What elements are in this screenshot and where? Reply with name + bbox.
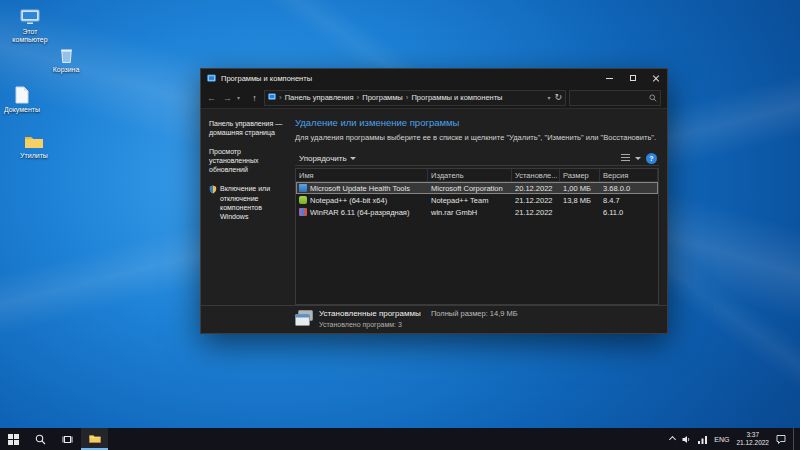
programs-list: Имя Издатель Установле... Размер Версия … <box>295 168 659 305</box>
minimize-button[interactable] <box>598 69 621 87</box>
show-hidden-icons-chevron[interactable] <box>669 435 676 442</box>
table-row[interactable]: Microsoft Update Health Tools Microsoft … <box>296 182 658 194</box>
up-button[interactable] <box>248 93 261 103</box>
program-installed-on: 20.12.2022 <box>512 184 560 193</box>
control-panel-icon <box>268 93 276 103</box>
taskbar-search-button[interactable] <box>27 428 54 450</box>
start-button[interactable] <box>0 428 27 450</box>
recycle-bin-icon <box>44 44 88 64</box>
close-icon <box>652 74 660 82</box>
table-row[interactable]: Notepad++ (64-bit x64) Notepad++ Team 21… <box>296 194 658 206</box>
refresh-button[interactable] <box>554 93 562 102</box>
this-pc-icon <box>8 6 52 26</box>
recent-locations-chevron-icon[interactable] <box>237 94 245 101</box>
window-title: Программы и компоненты <box>221 74 598 83</box>
file-explorer-button[interactable] <box>81 428 108 450</box>
organize-button[interactable]: Упорядочить <box>295 154 360 163</box>
details-pane: Установленные программы Полный размер: 1… <box>201 305 667 333</box>
column-header-size[interactable]: Размер <box>560 169 600 181</box>
maximize-button[interactable] <box>621 69 644 87</box>
column-header-name[interactable]: Имя <box>296 169 428 181</box>
nav-item-view-installed-updates[interactable]: Просмотр установленных обновлений <box>209 147 285 174</box>
program-version: 3.68.0.0 <box>600 184 658 193</box>
navigation-pane: Панель управления — домашняя страница Пр… <box>201 109 289 305</box>
folder-icon <box>12 130 56 150</box>
main-pane: Удаление или изменение программы Для уда… <box>289 109 667 305</box>
action-center-icon[interactable] <box>776 430 786 448</box>
clock-time: 3:37 <box>736 431 769 439</box>
window-titlebar[interactable]: Программы и компоненты <box>201 69 667 87</box>
nav-item-label: Панель управления — домашняя страница <box>209 119 285 137</box>
program-name: WinRAR 6.11 (64-разрядная) <box>310 208 409 217</box>
desktop-icon-this-pc[interactable]: Этот компьютер <box>8 6 52 45</box>
view-dropdown-icon[interactable] <box>635 157 641 160</box>
program-name: Notepad++ (64-bit x64) <box>310 196 387 205</box>
address-dropdown-icon[interactable] <box>547 94 550 101</box>
search-icon <box>649 94 657 102</box>
table-row[interactable]: WinRAR 6.11 (64-разрядная) win.rar GmbH … <box>296 206 658 218</box>
desktop-icon-utilities[interactable]: Утилиты <box>12 130 56 160</box>
change-view-button[interactable] <box>621 154 630 162</box>
network-icon[interactable] <box>698 430 707 448</box>
nav-item-label: Включение или отключение компонентов Win… <box>220 184 285 220</box>
system-tray: ENG 3:37 21.12.2022 <box>670 428 800 450</box>
program-installed-on: 21.12.2022 <box>512 208 560 217</box>
column-header-version[interactable]: Версия <box>600 169 658 181</box>
organize-label: Упорядочить <box>299 154 347 163</box>
program-icon <box>299 196 307 204</box>
minimize-icon <box>606 78 613 79</box>
desktop-icon-label: Документы <box>0 106 44 114</box>
taskbar-clock[interactable]: 3:37 21.12.2022 <box>736 431 769 447</box>
uac-shield-icon <box>209 185 217 220</box>
chevron-down-icon <box>350 157 356 160</box>
desktop-icon-label: Утилиты <box>12 152 56 160</box>
file-explorer-icon <box>89 434 101 444</box>
program-icon <box>299 208 307 216</box>
desktop-icon-label: Корзина <box>44 66 88 74</box>
search-input[interactable] <box>569 90 661 106</box>
breadcrumb-separator-icon <box>357 93 360 102</box>
nav-item-control-panel-home[interactable]: Панель управления — домашняя страница <box>209 119 285 137</box>
program-name: Microsoft Update Health Tools <box>310 184 410 193</box>
program-version: 8.4.7 <box>600 196 658 205</box>
maximize-icon <box>630 75 636 81</box>
list-header: Имя Издатель Установле... Размер Версия <box>296 169 658 182</box>
nav-item-windows-features[interactable]: Включение или отключение компонентов Win… <box>209 184 285 220</box>
installed-programs-icon <box>295 310 313 330</box>
desktop-icon-documents[interactable]: Документы <box>0 84 44 114</box>
program-version: 6.11.0 <box>600 208 658 217</box>
program-size: 13,8 МБ <box>560 196 600 205</box>
desktop-icon-label: Этот компьютер <box>8 28 52 45</box>
search-icon <box>35 434 46 445</box>
column-header-installed-on[interactable]: Установле... <box>512 169 560 181</box>
language-indicator[interactable]: ENG <box>714 436 729 443</box>
program-icon <box>299 184 307 192</box>
window-body: Панель управления — домашняя страница Пр… <box>201 109 667 305</box>
breadcrumb[interactable]: Панель управления Программы Программы и … <box>264 90 566 106</box>
show-desktop-button[interactable] <box>793 428 798 450</box>
program-publisher: Microsoft Corporation <box>428 184 512 193</box>
breadcrumb-item-control-panel[interactable]: Панель управления <box>285 93 354 102</box>
task-view-button[interactable] <box>54 428 81 450</box>
taskbar: ENG 3:37 21.12.2022 <box>0 428 800 450</box>
breadcrumb-item-programs[interactable]: Программы <box>362 93 403 102</box>
desktop-icon-recycle-bin[interactable]: Корзина <box>44 44 88 74</box>
page-description: Для удаления программы выберите ее в спи… <box>295 133 659 142</box>
task-view-icon <box>62 434 73 445</box>
programs-and-features-window: Программы и компоненты Панель управления… <box>200 68 668 334</box>
volume-icon[interactable] <box>682 430 691 448</box>
back-button[interactable] <box>205 93 218 103</box>
breadcrumb-item-programs-features[interactable]: Программы и компоненты <box>411 93 502 102</box>
address-bar: Панель управления Программы Программы и … <box>201 87 667 109</box>
forward-button[interactable] <box>221 93 234 103</box>
column-header-publisher[interactable]: Издатель <box>428 169 512 181</box>
close-button[interactable] <box>644 69 667 87</box>
document-icon <box>0 84 44 104</box>
nav-item-label: Просмотр установленных обновлений <box>209 147 285 174</box>
status-programs-count: Установлено программ: 3 <box>319 320 518 329</box>
clock-date: 21.12.2022 <box>736 439 769 447</box>
status-title: Установленные программы <box>319 309 421 318</box>
status-total-size: Полный размер: 14,9 МБ <box>431 309 518 318</box>
help-button[interactable]: ? <box>646 153 657 164</box>
program-installed-on: 21.12.2022 <box>512 196 560 205</box>
